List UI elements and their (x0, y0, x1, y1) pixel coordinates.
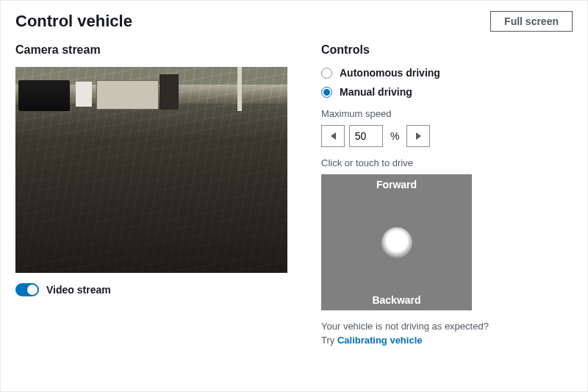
video-stream-toggle-row: Video stream (15, 283, 287, 296)
triangle-right-icon (416, 132, 421, 140)
fullscreen-button[interactable]: Full screen (490, 11, 573, 32)
drive-backward-label: Backward (321, 294, 472, 306)
controls-section-title: Controls (321, 43, 573, 57)
speed-increment-button[interactable] (406, 125, 430, 147)
radio-icon (321, 68, 332, 79)
video-stream-toggle[interactable] (15, 283, 39, 296)
controls-section: Controls Autonomous driving Manual drivi… (321, 43, 573, 346)
control-vehicle-panel: Control vehicle Full screen Camera strea… (0, 0, 588, 392)
radio-autonomous-label: Autonomous driving (340, 67, 440, 79)
camera-scene-doorway (159, 74, 179, 110)
camera-scene-door (96, 80, 159, 110)
max-speed-label: Maximum speed (321, 108, 573, 119)
camera-stream-view (15, 67, 287, 273)
camera-scene-drawer (76, 82, 92, 107)
camera-section-title: Camera stream (15, 43, 287, 57)
radio-autonomous[interactable]: Autonomous driving (321, 67, 573, 79)
triangle-left-icon (331, 132, 336, 140)
page-title: Control vehicle (15, 12, 132, 31)
speed-unit: % (390, 130, 399, 142)
speed-input[interactable] (349, 125, 383, 147)
radio-manual-label: Manual driving (340, 86, 412, 98)
drive-pad-label: Click or touch to drive (321, 157, 573, 168)
drive-pad[interactable]: Forward Backward (321, 174, 472, 310)
help-try-row: Try Calibrating vehicle (321, 335, 573, 346)
panel-header: Control vehicle Full screen (1, 1, 587, 39)
radio-manual[interactable]: Manual driving (321, 86, 573, 98)
drive-knob-icon[interactable] (381, 227, 412, 258)
panel-content: Camera stream Video stream Controls Auto… (1, 39, 587, 360)
camera-scene-chairs (18, 80, 70, 111)
help-text: Your vehicle is not driving as expected? (321, 321, 573, 332)
max-speed-control: % (321, 125, 573, 147)
drive-forward-label: Forward (321, 179, 472, 190)
camera-scene-partition (237, 67, 242, 111)
calibrate-link[interactable]: Calibrating vehicle (337, 335, 423, 346)
help-try-prefix: Try (321, 335, 337, 346)
video-stream-toggle-label: Video stream (46, 284, 111, 296)
radio-icon-checked (321, 87, 332, 98)
speed-decrement-button[interactable] (321, 125, 345, 147)
camera-section: Camera stream Video stream (15, 43, 287, 346)
